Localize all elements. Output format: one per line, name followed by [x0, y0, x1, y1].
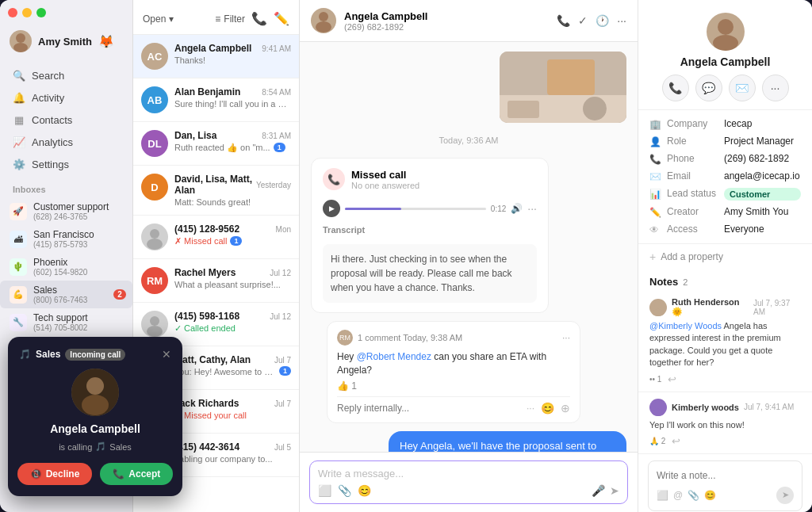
conv-item-415128[interactable]: (415) 128-9562 Mon ✗ Missed call 1 — [133, 216, 299, 259]
write-note-box: ⬜ @ 📎 😊 ➤ — [648, 460, 802, 511]
right-panel: Angela Campbell 📞 💬 ✉️ ··· 🏢 Company Ice… — [638, 0, 812, 512]
inbox-phoenix[interactable]: 🌵 Phoenix (602) 154-9820 — [0, 253, 132, 281]
sidebar-user[interactable]: Amy Smith 🦊 — [0, 24, 132, 62]
notes-count: 2 — [683, 277, 688, 287]
rp-call-button[interactable]: 📞 — [662, 75, 689, 101]
conv-preview-alan: Sure thing! I'll call you in a sec — [174, 99, 291, 109]
inbox-san-francisco[interactable]: 🏙 San Francisco (415) 875-5793 — [0, 225, 132, 253]
write-attach-icon[interactable]: 📎 — [688, 490, 699, 501]
compose-icon[interactable]: ✏️ — [274, 11, 289, 26]
rp-email-button[interactable]: ✉️ — [729, 75, 756, 101]
conv-name-alan: Alan Benjamin — [174, 86, 240, 97]
more-button[interactable]: ··· — [617, 14, 626, 27]
send-icon[interactable]: ➤ — [610, 484, 619, 497]
audio-send-icon[interactable]: 🎤 — [592, 484, 605, 497]
sidebar-analytics-label: Analytics — [32, 136, 73, 148]
audio-bar[interactable] — [345, 208, 486, 210]
conv-preview-415598: ✓ Called ended — [174, 323, 291, 334]
conv-item-rachel[interactable]: RM Rachel Myers Jul 12 What a pleasant s… — [133, 259, 299, 303]
rp-more-button[interactable]: ··· — [762, 75, 789, 101]
sidebar-item-search[interactable]: 🔍 Search — [6, 65, 126, 86]
chat-header-name: Angela Campbell — [344, 10, 549, 22]
sent-message-container: Hey Angela, we'll have the proposal sent… — [311, 431, 626, 452]
decline-label: Decline — [46, 468, 80, 480]
sidebar-item-analytics[interactable]: 📈 Analytics — [6, 132, 126, 153]
conv-item-david[interactable]: D David, Lisa, Matt, Alan Yesterday Matt… — [133, 166, 299, 216]
message-input[interactable] — [318, 468, 619, 480]
creator-value: Amy Smith You — [724, 206, 801, 217]
write-note-input[interactable] — [657, 470, 794, 481]
notes-header: Notes 2 — [638, 269, 812, 291]
conv-time-415128: Mon — [276, 225, 291, 234]
toast-close-button[interactable]: ✕ — [162, 348, 171, 361]
sidebar-item-activity[interactable]: 🔔 Activity — [6, 87, 126, 109]
sidebar-item-settings[interactable]: ⚙️ Settings — [6, 154, 126, 175]
open-filter-button[interactable]: Open ▾ — [143, 13, 174, 25]
filter-button[interactable]: ≡ Filter — [215, 11, 245, 26]
svg-point-22 — [652, 409, 665, 416]
conv-time-415598: Jul 12 — [270, 312, 291, 321]
conv-badge-danlisa: 1 — [274, 143, 285, 152]
reply-send-icon[interactable]: ⊕ — [561, 402, 570, 415]
play-button[interactable]: ▶ — [323, 200, 340, 217]
role-value: Project Manager — [724, 136, 801, 147]
write-format-icon[interactable]: ⬜ — [657, 490, 668, 501]
volume-icon[interactable]: 🔊 — [511, 203, 523, 214]
check-button[interactable]: ✓ — [578, 14, 588, 27]
traffic-light-minimize[interactable] — [22, 8, 32, 17]
add-property-button[interactable]: + Add a property — [638, 244, 812, 269]
conv-body-415128: (415) 128-9562 Mon ✗ Missed call 1 — [174, 224, 291, 246]
company-value: Icecap — [724, 118, 801, 129]
note-reactions-kimberly: 🙏 2 — [649, 437, 665, 445]
conv-time-david: Yesterday — [256, 181, 291, 189]
snooze-button[interactable]: 🕐 — [596, 14, 609, 27]
emoji-icon[interactable]: 😊 — [358, 484, 371, 497]
rp-avatar — [707, 13, 745, 51]
company-icon: 🏢 — [649, 119, 661, 130]
traffic-light-fullscreen[interactable] — [36, 8, 46, 17]
conv-avatar-danlisa: DL — [141, 130, 168, 157]
rp-chat-button[interactable]: 💬 — [695, 75, 722, 101]
note-reply-kimberly[interactable]: ↩ — [672, 435, 680, 447]
format-icon[interactable]: ⬜ — [318, 484, 331, 497]
conv-header-icons: ≡ Filter 📞 ✏️ — [215, 11, 289, 26]
attach-icon[interactable]: 📎 — [338, 484, 351, 497]
transcript-text: Hi there. Just checking in to see when t… — [323, 244, 537, 303]
svg-point-1 — [13, 43, 28, 52]
incoming-call-toast: 🎵 Sales Incoming call ✕ Angela Campbell … — [8, 337, 182, 496]
inbox-tech-support[interactable]: 🔧 Tech support (514) 705-8002 — [0, 308, 132, 336]
call-button[interactable]: 📞 — [557, 14, 570, 27]
write-note-send-button[interactable]: ➤ — [776, 487, 794, 504]
reply-emoji-icon[interactable]: 😊 — [541, 402, 554, 415]
toast-icon: 🎵 — [19, 349, 31, 360]
conv-item-alan[interactable]: AB Alan Benjamin 8:54 AM Sure thing! I'l… — [133, 78, 299, 122]
audio-more-icon[interactable]: ··· — [527, 202, 537, 215]
note-mention-ruth[interactable]: @Kimberly Woods — [649, 321, 722, 331]
conv-item-danlisa[interactable]: DL Dan, Lisa 8:31 AM Ruth reacted 👍 on "… — [133, 122, 299, 166]
sidebar-contacts-label: Contacts — [32, 114, 72, 126]
notes-label: Notes — [649, 276, 678, 288]
transcript-label: Transcript — [323, 225, 537, 235]
conv-item-angela[interactable]: AC Angela Campbell 9:41 AM Thanks! — [133, 35, 299, 78]
reply-internally-input[interactable] — [337, 403, 520, 414]
phone-field-label: Phone — [667, 153, 718, 164]
conv-avatar-alan: AB — [141, 86, 168, 113]
chat-header: Angela Campbell (269) 682-1892 📞 ✓ 🕐 ··· — [300, 0, 638, 42]
reply-dots-icon[interactable]: ··· — [527, 403, 534, 414]
write-emoji-icon[interactable]: 😊 — [704, 490, 716, 501]
inbox-sales[interactable]: 💪 Sales (800) 676-7463 2 — [0, 281, 132, 308]
conv-body-danlisa: Dan, Lisa 8:31 AM Ruth reacted 👍 on "m..… — [174, 130, 291, 153]
decline-call-button[interactable]: 📵 Decline — [17, 463, 93, 485]
phone-icon[interactable]: 📞 — [251, 11, 267, 26]
phone-field-icon: 📞 — [649, 154, 661, 165]
rp-header: Angela Campbell 📞 💬 ✉️ ··· — [638, 0, 812, 110]
accept-call-button[interactable]: 📞 Accept — [100, 463, 173, 485]
write-mention-icon[interactable]: @ — [673, 490, 683, 501]
note-reply-ruth[interactable]: ↩ — [668, 373, 676, 385]
comment-options-icon[interactable]: ··· — [562, 332, 570, 343]
role-label: Role — [667, 136, 718, 147]
comment-mention[interactable]: @Robert Mendez — [357, 351, 431, 362]
traffic-light-close[interactable] — [8, 8, 17, 17]
sidebar-item-contacts[interactable]: ▦ Contacts — [6, 109, 126, 131]
inbox-customer-support[interactable]: 🚀 Customer support (628) 246-3765 — [0, 197, 132, 225]
